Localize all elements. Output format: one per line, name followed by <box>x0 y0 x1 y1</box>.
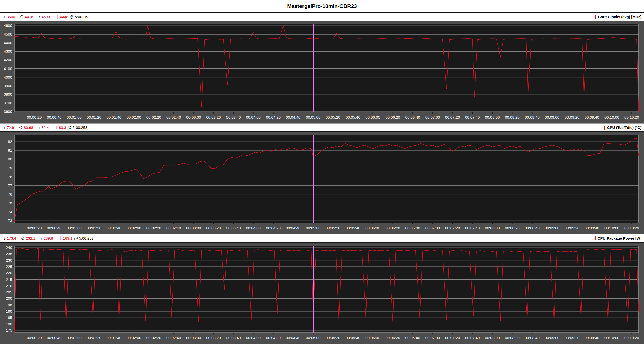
chart-panel-cpu-power: 1751801851901952002052102152202252302352… <box>0 242 644 344</box>
stat-min: 3600 <box>7 15 15 19</box>
x-tick-label: 00:09:20 <box>565 226 579 230</box>
x-tick-label: 00:03:40 <box>226 226 241 230</box>
x-tick-label: 00:06:20 <box>385 336 400 340</box>
stat-max: 239,8 <box>44 236 53 240</box>
x-tick-label: 00:02:40 <box>166 336 181 340</box>
x-tick-label: 00:04:40 <box>286 115 300 119</box>
x-tick-label: 00:09:00 <box>545 115 559 119</box>
x-tick-label: 00:02:00 <box>127 115 141 119</box>
page-title: MastergelPro-10min-CBR23 <box>287 3 357 9</box>
y-tick-label: 200 <box>6 296 12 300</box>
x-tick-label: 00:08:00 <box>485 115 500 119</box>
chart-title-core-clocks: Core Clocks (avg) [MHz] <box>598 15 641 19</box>
x-tick-label: 00:09:20 <box>565 115 579 119</box>
x-tick-label: 00:01:00 <box>67 115 81 119</box>
x-tick-label: 00:00:20 <box>27 226 42 230</box>
x-tick-label: 00:03:40 <box>226 336 241 340</box>
x-tick-label: 00:04:00 <box>246 226 260 230</box>
x-tick-label: 00:09:40 <box>585 115 599 119</box>
chart-panel-cpu-temp: 7374757677787980818200:00:2000:00:4000:0… <box>0 131 644 234</box>
x-tick-label: 00:02:20 <box>146 115 161 119</box>
stat-at-cursor: 189,1 <box>63 236 73 240</box>
x-tick-label: 00:06:40 <box>405 226 420 230</box>
y-tick-label: 4100 <box>4 66 12 71</box>
y-tick-label: 79 <box>8 166 12 170</box>
x-tick-label: 00:07:20 <box>445 336 460 340</box>
x-tick-label: 00:01:00 <box>67 336 81 340</box>
x-tick-label: 00:02:20 <box>146 336 161 340</box>
min-arrow-icon: ↓ <box>4 125 6 130</box>
x-tick-label: 00:10:20 <box>624 115 639 119</box>
stat-max: 4600 <box>42 15 50 19</box>
x-tick-label: 00:01:40 <box>106 226 121 230</box>
x-tick-label: 00:00:40 <box>47 115 61 119</box>
stat-at-cursor: 80,3 <box>59 125 66 130</box>
max-arrow-icon: ↑ <box>38 125 40 130</box>
stat-avg: 80,68 <box>24 125 33 130</box>
x-tick-label: 00:07:00 <box>425 336 440 340</box>
x-tick-label: 00:06:00 <box>365 226 380 230</box>
x-tick-label: 00:04:20 <box>266 336 281 340</box>
page-header: MastergelPro-10min-CBR23 <box>0 0 644 13</box>
x-tick-label: 00:07:20 <box>445 226 460 230</box>
stats-row-cpu-temp: ↓ 72,9 ∅ 80,68 ↑ 82,4 80,3 @ 5:00.253 CP… <box>0 124 644 131</box>
cursor-marker-icon <box>60 236 61 240</box>
stat-avg: 232,1 <box>26 236 35 240</box>
x-tick-label: 00:10:00 <box>604 226 619 230</box>
x-tick-label: 00:03:20 <box>206 115 221 119</box>
x-tick-label: 00:00:20 <box>27 115 42 119</box>
x-tick-label: 00:02:40 <box>166 226 181 230</box>
min-arrow-icon: ↓ <box>4 15 6 19</box>
x-tick-label: 00:10:20 <box>624 336 639 340</box>
x-tick-label: 00:04:40 <box>286 336 300 340</box>
x-tick-label: 00:02:40 <box>166 115 181 119</box>
stat-cursor-time: @ 5:00.253 <box>70 15 89 19</box>
stat-cursor-time: @ 5:00.253 <box>68 125 87 130</box>
y-tick-label: 3600 <box>4 109 12 114</box>
y-tick-label: 215 <box>6 277 12 282</box>
x-tick-label: 00:07:00 <box>425 226 440 230</box>
cpu-temp-plot[interactable]: 7374757677787980818200:00:2000:00:4000:0… <box>0 132 644 234</box>
x-tick-label: 00:09:00 <box>545 226 559 230</box>
y-tick-label: 175 <box>6 328 12 332</box>
stat-avg: 4416 <box>25 15 33 19</box>
x-tick-label: 00:07:00 <box>425 115 440 119</box>
x-tick-label: 00:06:20 <box>385 226 400 230</box>
x-tick-label: 00:01:40 <box>106 336 121 340</box>
x-tick-label: 00:08:40 <box>525 226 539 230</box>
chart-title-cpu-temp: CPU (Tctl/Tdie) [°C] <box>607 125 641 130</box>
y-tick-label: 235 <box>6 252 12 256</box>
x-tick-label: 00:10:00 <box>604 115 619 119</box>
cpu-power-plot[interactable]: 1751801851901952002052102152202252302352… <box>0 243 644 344</box>
x-tick-label: 00:01:00 <box>67 226 81 230</box>
x-tick-label: 00:00:20 <box>27 336 42 340</box>
x-tick-label: 00:02:00 <box>127 336 141 340</box>
stat-min: 173,4 <box>7 236 16 240</box>
x-tick-label: 00:05:20 <box>326 226 340 230</box>
average-icon: ∅ <box>21 236 25 241</box>
x-tick-label: 00:02:20 <box>146 226 161 230</box>
core-clocks-plot[interactable]: 3600370038003900400041004200430044004500… <box>0 21 644 123</box>
x-tick-label: 00:05:40 <box>346 226 360 230</box>
x-tick-label: 00:01:20 <box>87 336 101 340</box>
y-tick-label: 81 <box>8 148 12 152</box>
x-tick-label: 00:03:40 <box>226 115 241 119</box>
y-tick-label: 4500 <box>4 32 12 36</box>
cursor-marker-icon <box>57 15 58 19</box>
x-tick-label: 00:07:20 <box>445 115 460 119</box>
y-tick-label: 4300 <box>4 49 12 53</box>
max-arrow-icon: ↑ <box>38 15 40 19</box>
y-tick-label: 73 <box>8 218 12 223</box>
y-tick-label: 225 <box>6 264 12 269</box>
series-color-icon <box>595 15 596 19</box>
y-tick-label: 78 <box>8 175 12 179</box>
x-tick-label: 00:01:40 <box>106 115 121 119</box>
x-tick-label: 00:05:20 <box>326 115 340 119</box>
x-tick-label: 00:05:40 <box>346 115 360 119</box>
y-tick-label: 195 <box>6 303 12 307</box>
x-tick-label: 00:08:00 <box>485 226 500 230</box>
x-tick-label: 00:06:40 <box>405 336 420 340</box>
x-tick-label: 00:03:20 <box>206 226 221 230</box>
x-tick-label: 00:00:40 <box>47 226 61 230</box>
x-tick-label: 00:08:20 <box>505 336 519 340</box>
